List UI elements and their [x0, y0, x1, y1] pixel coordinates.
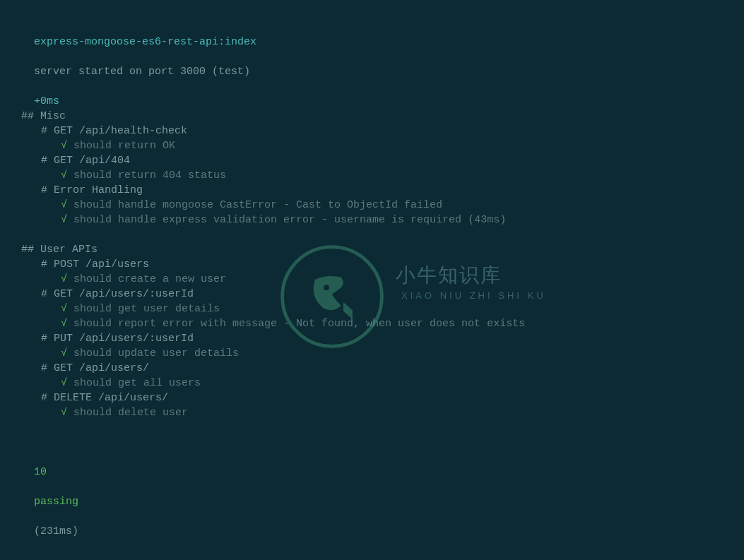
test-line: √ should create a new user — [7, 272, 741, 287]
server-message: server started on port 3000 (test) — [34, 66, 250, 78]
test-text: should update user details — [73, 347, 239, 359]
blank-line — [7, 420, 741, 435]
test-timing: (43ms) — [461, 214, 506, 226]
check-icon: √ — [61, 407, 67, 419]
check-icon: √ — [61, 169, 67, 181]
debug-namespace: express-mongoose-es6-rest-api:index — [34, 36, 256, 48]
test-text: should return OK — [73, 140, 175, 152]
test-text: should delete user — [73, 407, 188, 419]
suite-title: ## Misc — [7, 109, 741, 124]
check-icon: √ — [61, 303, 67, 315]
test-suites: ## Misc# GET /api/health-check√ should r… — [7, 109, 741, 420]
passing-label: passing — [34, 496, 78, 508]
test-summary: 10 passing (231ms) — [7, 450, 741, 539]
test-text: should handle mongoose CastError - Cast … — [73, 199, 442, 211]
test-line: √ should report error with message - Not… — [7, 316, 741, 331]
check-icon: √ — [61, 347, 67, 359]
blank-line — [7, 539, 741, 554]
suite-title: ## User APIs — [7, 242, 741, 257]
test-line: √ should handle mongoose CastError - Cas… — [7, 198, 741, 213]
server-timing: +0ms — [34, 95, 59, 107]
test-line: √ should return 404 status — [7, 168, 741, 183]
test-line: √ should update user details — [7, 346, 741, 361]
test-text: should report error with message - Not f… — [73, 318, 525, 330]
group-title: # PUT /api/users/:userId — [7, 331, 741, 346]
check-icon: √ — [61, 273, 67, 285]
group-title: # GET /api/users/:userId — [7, 287, 741, 302]
group-title: # GET /api/health-check — [7, 124, 741, 138]
test-line: √ should get user details — [7, 302, 741, 316]
group-title: # DELETE /api/users/ — [7, 391, 741, 405]
test-line: √ should handle express validation error… — [7, 213, 741, 227]
test-text: should get user details — [73, 303, 220, 315]
check-icon: √ — [61, 318, 67, 330]
passing-duration: (231ms) — [34, 525, 78, 537]
test-line: √ should get all users — [7, 376, 741, 391]
group-title: # GET /api/users/ — [7, 361, 741, 376]
test-text: should return 404 status — [73, 169, 226, 181]
test-text: should create a new user — [73, 273, 226, 285]
check-icon: √ — [61, 214, 67, 226]
test-line: √ should delete user — [7, 405, 741, 420]
passing-count: 10 — [34, 466, 47, 478]
test-text: should handle express validation error -… — [73, 214, 461, 226]
test-text: should get all users — [73, 377, 201, 389]
group-title: # Error Handling — [7, 183, 741, 198]
blank-line — [7, 435, 741, 450]
check-icon: √ — [61, 377, 67, 389]
server-start-line: express-mongoose-es6-rest-api:index serv… — [7, 20, 741, 109]
group-title: # GET /api/404 — [7, 153, 741, 168]
check-icon: √ — [61, 140, 67, 152]
blank-line — [7, 227, 741, 242]
check-icon: √ — [61, 199, 67, 211]
group-title: # POST /api/users — [7, 257, 741, 272]
test-line: √ should return OK — [7, 138, 741, 153]
